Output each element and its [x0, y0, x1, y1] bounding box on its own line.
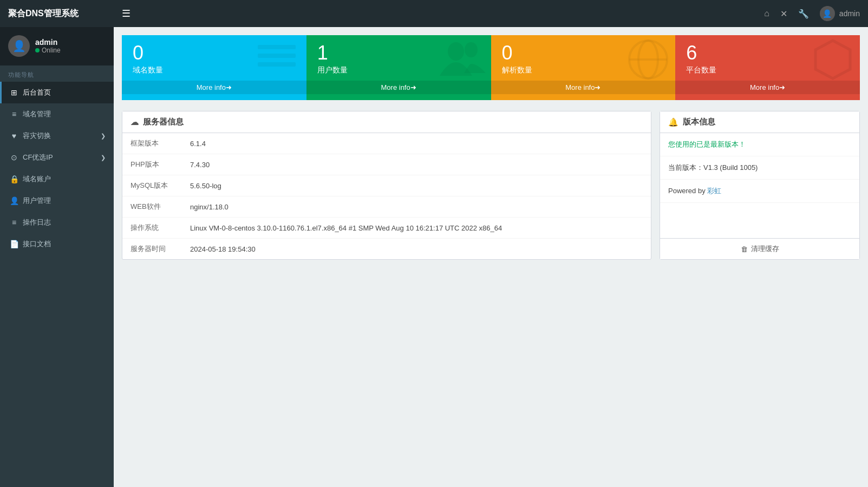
sidebar-item-dns-switch[interactable]: ♥ 容灾切换 ❯ — [0, 125, 114, 147]
powered-by-link[interactable]: 彩虹 — [707, 187, 721, 195]
version-info-card: 🔔 版本信息 您使用的已是最新版本！ 当前版本：V1.3 (Build 1005… — [660, 111, 860, 260]
row-value: nginx/1.18.0 — [182, 196, 651, 218]
header-right: ⌂ ✕ 🔧 👤 admin — [764, 6, 860, 21]
admin-label: admin — [839, 9, 860, 18]
row-value: 6.1.4 — [182, 133, 651, 154]
version-current: 当前版本：V1.3 (Build 1005) — [660, 156, 859, 180]
table-row: MySQL版本5.6.50-log — [122, 175, 651, 196]
admin-menu[interactable]: 👤 admin — [820, 6, 860, 21]
sidebar-item-user-mgmt[interactable]: 👤 用户管理 — [0, 190, 114, 212]
hamburger-icon[interactable]: ☰ — [122, 8, 130, 19]
version-info-body: 您使用的已是最新版本！ 当前版本：V1.3 (Build 1005) Power… — [660, 133, 859, 238]
table-row: 框架版本6.1.4 — [122, 133, 651, 154]
svg-point-4 — [465, 42, 478, 57]
speaker-icon: 🔔 — [668, 117, 678, 127]
version-powered-by: Powered by 彩虹 — [660, 180, 859, 203]
row-value: 5.6.50-log — [182, 175, 651, 196]
svg-rect-2 — [258, 62, 296, 67]
stat-card-platforms: 6 平台数量 More info ➜ — [675, 35, 860, 100]
row-value: Linux VM-0-8-centos 3.10.0-1160.76.1.el7… — [182, 218, 651, 239]
cloud-icon: ☁ — [130, 117, 139, 127]
sidebar-user: 👤 admin Online — [0, 27, 114, 65]
row-label: 服务器时间 — [122, 239, 182, 260]
main-layout: 👤 admin Online 功能导航 ⊞ 后台首页 ≡ 域名管理 ♥ 容灾切换… — [0, 27, 868, 487]
clear-cache-button[interactable]: 🗑 清理缓存 — [660, 238, 859, 259]
cf-ip-icon: ⊙ — [10, 153, 18, 162]
table-row: 服务器时间2024-05-18 19:54:30 — [122, 239, 651, 260]
sidebar-item-label: 域名管理 — [23, 109, 51, 119]
row-value: 7.4.30 — [182, 154, 651, 175]
server-info-table: 框架版本6.1.4PHP版本7.4.30MySQL版本5.6.50-logWEB… — [122, 133, 651, 259]
user-mgmt-icon: 👤 — [10, 196, 18, 205]
stat-bg-icon-platforms — [811, 38, 854, 90]
table-row: 操作系统Linux VM-0-8-centos 3.10.0-1160.76.1… — [122, 218, 651, 239]
sidebar-avatar-icon: 👤 — [8, 35, 30, 57]
version-info-title: 版本信息 — [683, 117, 715, 127]
home-icon[interactable]: ⌂ — [764, 9, 769, 18]
svg-marker-8 — [815, 41, 850, 78]
content-area: 0 域名数量 More info ➜ 1 用户数量 — [114, 27, 868, 487]
version-info-header: 🔔 版本信息 — [660, 111, 859, 133]
sidebar-item-api-docs[interactable]: 📄 接口文档 — [0, 233, 114, 255]
chevron-icon: ❯ — [101, 154, 106, 161]
server-info-title: 服务器信息 — [143, 117, 184, 127]
row-label: 操作系统 — [122, 218, 182, 239]
svg-rect-1 — [258, 54, 296, 58]
app-logo: 聚合DNS管理系统 — [8, 8, 122, 19]
stat-bg-icon-users — [440, 38, 486, 84]
row-label: WEB软件 — [122, 196, 182, 218]
sidebar: 👤 admin Online 功能导航 ⊞ 后台首页 ≡ 域名管理 ♥ 容灾切换… — [0, 27, 114, 487]
domain-mgmt-icon: ≡ — [10, 110, 18, 119]
header-left: ☰ — [122, 8, 130, 19]
sidebar-item-label: 用户管理 — [23, 196, 51, 206]
server-info-body: 框架版本6.1.4PHP版本7.4.30MySQL版本5.6.50-logWEB… — [122, 133, 651, 259]
svg-point-3 — [448, 42, 464, 61]
dashboard-icon: ⊞ — [10, 88, 18, 97]
sidebar-item-label: 操作日志 — [23, 218, 51, 227]
sidebar-username: admin — [35, 38, 61, 47]
sidebar-status: Online — [35, 47, 61, 54]
top-header: 聚合DNS管理系统 ☰ ⌂ ✕ 🔧 👤 admin — [0, 0, 868, 27]
sidebar-user-info: admin Online — [35, 38, 61, 54]
api-docs-icon: 📄 — [10, 240, 18, 248]
version-latest-message: 您使用的已是最新版本！ — [660, 133, 859, 156]
operation-log-icon: ≡ — [10, 218, 18, 227]
row-label: 框架版本 — [122, 133, 182, 154]
server-info-header: ☁ 服务器信息 — [122, 111, 651, 133]
stat-bg-icon-domains — [255, 40, 298, 80]
sidebar-item-label: 域名账户 — [23, 174, 51, 184]
trash-icon: 🗑 — [741, 245, 748, 253]
chevron-icon: ❯ — [101, 133, 106, 140]
sidebar-item-operation-log[interactable]: ≡ 操作日志 — [0, 212, 114, 233]
wrench-icon[interactable]: 🔧 — [798, 9, 809, 19]
sidebar-section-label: 功能导航 — [0, 65, 114, 82]
row-value: 2024-05-18 19:54:30 — [182, 239, 651, 260]
clear-cache-label: 清理缓存 — [751, 244, 779, 254]
status-dot — [35, 48, 40, 52]
row-label: PHP版本 — [122, 154, 182, 175]
stat-card-users: 1 用户数量 More info ➜ — [306, 35, 491, 100]
stat-card-domains: 0 域名数量 More info ➜ — [122, 35, 306, 100]
more-info-domains[interactable]: More info ➜ — [122, 81, 306, 94]
close-icon[interactable]: ✕ — [780, 9, 787, 19]
table-row: WEB软件nginx/1.18.0 — [122, 196, 651, 218]
sidebar-item-cf-ip[interactable]: ⊙ CF优选IP ❯ — [0, 147, 114, 168]
table-row: PHP版本7.4.30 — [122, 154, 651, 175]
sidebar-item-dashboard[interactable]: ⊞ 后台首页 — [0, 82, 114, 103]
stat-bg-icon-resolves — [626, 38, 670, 90]
domain-account-icon: 🔒 — [10, 175, 18, 183]
sidebar-item-label: 容灾切换 — [23, 131, 51, 141]
dns-switch-icon: ♥ — [10, 131, 18, 140]
stats-row: 0 域名数量 More info ➜ 1 用户数量 — [122, 35, 860, 100]
sidebar-item-domain-account[interactable]: 🔒 域名账户 — [0, 168, 114, 190]
server-info-card: ☁ 服务器信息 框架版本6.1.4PHP版本7.4.30MySQL版本5.6.5… — [122, 111, 651, 260]
sidebar-item-label: 后台首页 — [23, 88, 51, 97]
sidebar-item-label: CF优选IP — [23, 153, 53, 162]
admin-avatar: 👤 — [820, 6, 835, 21]
stat-card-resolves: 0 解析数量 More info ➜ — [491, 35, 676, 100]
row-label: MySQL版本 — [122, 175, 182, 196]
svg-rect-0 — [258, 45, 296, 49]
info-row: ☁ 服务器信息 框架版本6.1.4PHP版本7.4.30MySQL版本5.6.5… — [122, 111, 860, 260]
sidebar-item-domain-mgmt[interactable]: ≡ 域名管理 — [0, 103, 114, 125]
status-label: Online — [42, 47, 61, 54]
